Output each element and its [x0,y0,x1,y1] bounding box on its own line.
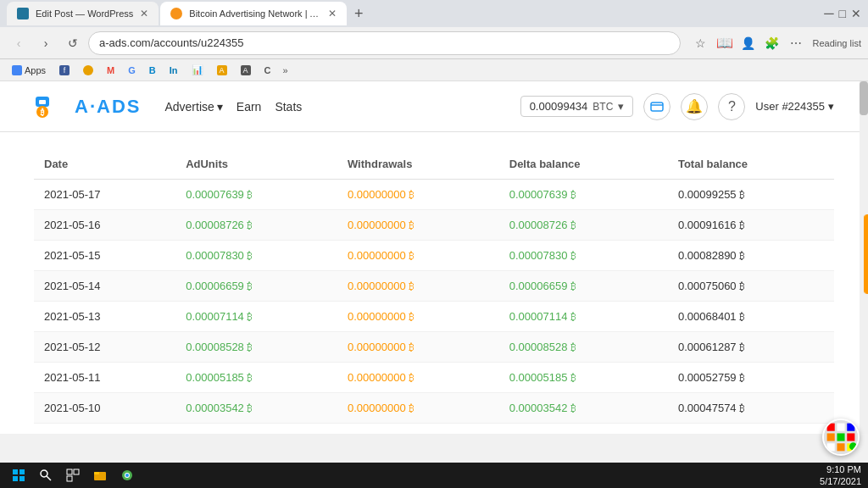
cell-total-6: 0.00052759 ₿ [668,363,834,393]
bookmark-in[interactable]: In [164,64,183,77]
balance-display[interactable]: 0.00099434 BTC ▾ [520,96,634,117]
svg-rect-1 [39,100,46,104]
back-button[interactable]: ‹ [7,31,31,55]
maximize-button[interactable]: □ [839,7,846,20]
nav-stats[interactable]: Stats [275,100,302,114]
task-view-button[interactable] [61,466,85,485]
nav-earn[interactable]: Earn [236,100,262,114]
bookmark-facebook[interactable]: f [54,64,75,77]
bookmark-b[interactable]: B [144,64,161,77]
cell-date-6: 2021-05-11 [34,363,175,393]
bookmark-a2[interactable]: A [236,64,256,77]
cell-adunits-7: 0.00003542 ₿ [175,393,337,424]
table-header-row: Date AdUnits Withdrawals Delta balance T… [34,149,834,180]
cell-delta-7: 0.00003542 ₿ [499,393,668,424]
chrome-icon [120,469,134,482]
bookmark-a1[interactable]: A [212,64,232,77]
a1-icon: A [217,65,227,75]
minimize-button[interactable]: ─ [824,6,833,21]
bookmark-2[interactable] [78,64,98,77]
date-display: 5/17/2021 [820,475,861,487]
cell-total-2: 0.00082890 ₿ [668,241,834,271]
refresh-button[interactable]: ↺ [61,31,85,55]
cell-delta-3: 0.00006659 ₿ [499,271,668,302]
table-header: Date AdUnits Withdrawals Delta balance T… [34,149,834,180]
forward-button[interactable]: › [34,31,58,55]
bookmark-gmail[interactable]: M [102,64,120,77]
bookmark-apps[interactable]: Apps [7,64,51,77]
logo-icon: ₿ [34,90,68,124]
transactions-button[interactable] [643,93,670,120]
bookmark-chart[interactable]: 📊 [186,63,209,77]
svg-rect-7 [827,424,835,431]
avatar-image [824,419,858,456]
cell-delta-1: 0.00008726 ₿ [499,210,668,241]
close-button[interactable]: ✕ [851,7,861,20]
svg-rect-20 [19,476,25,481]
feedback-tab[interactable]: Error in the text? [865,214,868,294]
cell-withdrawals-1: 0.00000000 ₿ [337,210,499,241]
cell-total-8: 0.00044032 ₿ [668,424,834,435]
user-avatar[interactable] [822,419,860,456]
cell-withdrawals-8: 0.00000000 ₿ [337,424,499,435]
bookmarks-more-button[interactable]: » [280,64,292,77]
task-view-icon [66,469,80,482]
profile-icon[interactable]: 👤 [738,33,759,53]
scrollbar-thumb[interactable] [860,81,868,115]
reading-list-label[interactable]: Reading list [813,38,861,48]
logo-area: ₿ A·ADS [34,90,141,124]
browser-taskbar-button[interactable] [115,466,139,485]
bookmark-c[interactable]: C [259,64,276,77]
notifications-button[interactable]: 🔔 [681,93,708,120]
col-total: Total balance [668,149,834,180]
google-icon: G [128,65,136,75]
cell-date-3: 2021-05-14 [34,271,175,302]
balance-area: 0.00099434 BTC ▾ 🔔 ? User #224355 ▾ [520,93,834,120]
svg-rect-12 [847,433,854,441]
advertise-label: Advertise [164,100,214,114]
address-text: a-ads.com/accounts/u224355 [99,36,244,49]
cell-adunits-5: 0.00008528 ₿ [175,332,337,363]
extensions-icon[interactable]: 🧩 [762,33,782,53]
bookmark-star-icon[interactable]: ☆ [691,33,711,53]
time-display: 9:10 PM [820,463,861,475]
help-button[interactable]: ? [718,93,745,120]
cell-total-5: 0.00061287 ₿ [668,332,834,363]
reading-mode-icon[interactable]: 📖 [715,33,735,53]
advertise-chevron: ▾ [217,100,223,114]
svg-rect-18 [19,469,25,474]
svg-rect-4 [651,103,663,111]
cell-adunits-0: 0.00007639 ₿ [175,180,337,210]
svg-rect-24 [74,469,79,474]
table-row: 2021-05-10 0.00003542 ₿ 0.00000000 ₿ 0.0… [34,393,834,424]
address-bar[interactable]: a-ads.com/accounts/u224355 [88,31,681,55]
cell-delta-6: 0.00005185 ₿ [499,363,668,393]
tab-close-wordpress[interactable]: ✕ [140,8,148,19]
nav-advertise[interactable]: Advertise ▾ [164,100,222,114]
cell-date-5: 2021-05-12 [34,332,175,363]
tab-close-bitcoin[interactable]: ✕ [328,8,337,19]
blue-icon: B [149,65,156,75]
cell-delta-4: 0.00007114 ₿ [499,302,668,332]
balance-value: 0.00099434 [530,100,588,113]
file-explorer-icon [93,469,107,482]
bookmark-g[interactable]: G [123,64,141,77]
tab-bitcoin[interactable]: Bitcoin Advertising Network | A-A... ✕ [160,2,347,25]
svg-point-30 [125,474,129,477]
svg-rect-19 [13,476,18,481]
cell-date-2: 2021-05-15 [34,241,175,271]
settings-icon[interactable]: ⋯ [786,33,806,53]
tab-favicon-wordpress [17,8,29,19]
nav-bar: ‹ › ↺ a-ads.com/accounts/u224355 ☆ 📖 👤 🧩… [0,27,868,59]
table-row: 2021-05-16 0.00008726 ₿ 0.00000000 ₿ 0.0… [34,210,834,241]
start-button[interactable] [7,466,31,485]
search-taskbar-button[interactable] [34,466,58,485]
user-button[interactable]: User #224355 ▾ [755,100,834,113]
tab-wordpress[interactable]: Edit Post — WordPress ✕ [7,2,159,25]
new-tab-button[interactable]: + [347,2,370,25]
apps-icon [12,65,22,75]
taskbar-time: 9:10 PM 5/17/2021 [820,463,861,488]
cell-date-8: 2021-05-09 [34,424,175,435]
file-explorer-button[interactable] [88,466,112,485]
col-date: Date [34,149,175,180]
